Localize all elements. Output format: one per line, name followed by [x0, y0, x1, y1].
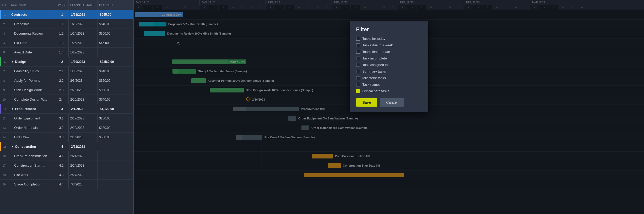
row-taskname: Feasibility Study: [8, 67, 54, 76]
table-row[interactable]: 19 Stage Completion 4.4 7/3/2023: [0, 180, 133, 189]
row-taskname: Apply for Permits: [8, 76, 54, 85]
col-header-all: ALL: [0, 0, 8, 10]
row-taskname: ▼Procurement: [9, 104, 55, 113]
row-wbs: 4.2: [54, 161, 69, 170]
row-number: 8: [0, 76, 8, 85]
table-row[interactable]: 18 Site work 4.3 2/27/2023: [0, 170, 133, 180]
row-taskname: Bid Date: [8, 38, 54, 47]
table-row[interactable]: 15 ▼Construction 4 2/21/2023: [0, 142, 133, 151]
table-row[interactable]: 16 Prep/Pre-construction 4.1 2/21/2023: [0, 151, 133, 161]
row-wbs: 1.3: [54, 38, 69, 47]
table-row[interactable]: 2 Proposals 1.1 1/23/2023 $540.00: [0, 19, 133, 29]
table-row[interactable]: 6 ▼Design 2 1/30/2023 $2,560.00: [0, 57, 133, 67]
table-row[interactable]: 9 Start Design Work 2.3 2/7/2023 $960.00: [0, 85, 133, 95]
row-start: 2/24/2023: [69, 161, 98, 170]
filter-checkbox-week[interactable]: [356, 43, 360, 47]
filter-label-summary: Summary tasks: [362, 69, 386, 73]
row-planned: $280.00: [98, 123, 121, 132]
filter-item-today: Tasks for today: [356, 37, 422, 41]
filter-checkbox-critical-yellow[interactable]: [356, 89, 360, 93]
table-row[interactable]: 14 Hire Crew 3.3 2/1/2023 $560.00: [0, 133, 133, 142]
table-row[interactable]: 3 Documents Review 1.2 1/24/2023 $360.00: [0, 29, 133, 38]
col-header-start: PLANNED START ...: [69, 0, 98, 10]
filter-item-assigned: Task assigned to:: [356, 63, 422, 67]
filter-checkbox-summary[interactable]: [356, 70, 360, 73]
filter-item-late: Tasks that are late: [356, 50, 422, 54]
row-wbs: 2.2: [54, 76, 69, 85]
row-wbs: 4.1: [54, 151, 69, 161]
filter-checkbox-assigned[interactable]: [356, 63, 360, 67]
row-taskname: Order Equipment: [8, 114, 54, 123]
save-button[interactable]: Save: [356, 98, 377, 107]
table-row[interactable]: 12 Order Equipment 3.1 2/17/2023 $280.00: [0, 114, 133, 123]
row-number: 14: [0, 133, 8, 142]
row-planned: $320.00: [98, 76, 121, 85]
row-planned: $560.00: [98, 133, 121, 142]
row-number: 17: [0, 161, 8, 170]
filter-label-taskname: Task name:: [362, 83, 380, 86]
row-planned: [98, 151, 121, 161]
row-wbs: 1: [55, 10, 69, 19]
col-header-wbs: WBS: [54, 0, 69, 10]
row-planned: $960.00: [98, 85, 121, 95]
row-wbs: 3: [55, 104, 69, 113]
row-planned: [98, 48, 121, 57]
row-start: 1/26/2023: [69, 38, 98, 47]
row-planned: $280.00: [98, 114, 121, 123]
row-planned: [98, 170, 121, 179]
row-wbs: 2.3: [54, 85, 69, 95]
row-number: 12: [0, 114, 8, 123]
table-row[interactable]: 8 Apply for Permits 2.2 2/3/2023 $320.00: [0, 76, 133, 85]
row-taskname: ▼Design: [9, 57, 55, 66]
row-taskname: Complete Design W...: [8, 95, 54, 104]
row-number: 6: [1, 57, 9, 66]
table-row[interactable]: 7 Feasibility Study 2.1 1/30/2023 $640.0…: [0, 67, 133, 76]
filter-item-summary: Summary tasks: [356, 69, 422, 73]
row-taskname: Proposals: [8, 19, 54, 29]
row-planned: $45.00: [98, 38, 121, 47]
table-row[interactable]: 1 Contracts 1 1/23/2023 $945.00: [0, 10, 133, 19]
row-taskname: Start Design Work: [8, 85, 54, 95]
filter-dialog: Filter Tasks for today Tasks due this we…: [350, 21, 428, 112]
row-wbs: 1.4: [54, 48, 69, 57]
gantt-panel: JAN, 22 '23 JAN, 29 '23 FEB, 5 '23 FEB, …: [134, 0, 644, 214]
table-row[interactable]: 5 Award Date 1.4 1/27/2023: [0, 48, 133, 57]
filter-checkbox-today[interactable]: [356, 37, 360, 41]
row-wbs: 2: [55, 57, 69, 66]
table-row[interactable]: 13 Order Materials 3.2 2/20/2023 $280.00: [0, 123, 133, 133]
filter-label-today: Tasks for today: [362, 37, 385, 41]
filter-checkbox-taskname[interactable]: [356, 83, 360, 86]
row-number: 10: [0, 95, 8, 104]
filter-checkbox-late[interactable]: [356, 50, 360, 54]
row-start: 2/3/2023: [69, 76, 98, 85]
row-planned: $945.00: [98, 10, 121, 19]
row-number: 9: [0, 85, 8, 95]
row-start: 2/27/2023: [69, 170, 98, 179]
row-start: 2/21/2023: [69, 151, 98, 161]
table-row[interactable]: 11 ▼Procurement 3 2/1/2023 $1,120.00: [0, 104, 133, 114]
table-row[interactable]: 17 Construction Start ... 4.2 2/24/2023: [0, 161, 133, 170]
row-taskname: Hire Crew: [8, 133, 54, 142]
filter-dialog-overlay: Filter Tasks for today Tasks due this we…: [134, 0, 644, 214]
row-number: 1: [1, 10, 9, 19]
row-planned: $640.00: [98, 67, 121, 76]
table-row[interactable]: 4 Bid Date 1.3 1/26/2023 $45.00: [0, 38, 133, 48]
row-taskname: Order Materials: [8, 123, 54, 132]
main-container: ALL TASK NAME WBS PLANNED START ... PLAN…: [0, 0, 644, 214]
filter-checkbox-incomplete[interactable]: [356, 57, 360, 60]
row-start: 1/23/2023: [69, 19, 98, 29]
row-start: 2/20/2023: [69, 123, 98, 132]
row-start: 1/23/2023: [69, 10, 98, 19]
filter-item-milestone: Milestone tasks: [356, 76, 422, 80]
row-number: 4: [0, 38, 8, 47]
row-taskname: Site work: [8, 170, 54, 179]
row-planned: $640.00: [98, 95, 121, 104]
row-planned: $1,120.00: [98, 104, 121, 113]
filter-checkbox-milestone[interactable]: [356, 76, 360, 80]
filter-label-critical: Critical path tasks: [362, 89, 389, 93]
cancel-button[interactable]: Cancel: [380, 98, 404, 107]
table-row[interactable]: 10 Complete Design W... 2.4 2/16/2023 $6…: [0, 95, 133, 104]
filter-item-incomplete: Task incomplete: [356, 56, 422, 60]
row-wbs: 3.3: [54, 133, 69, 142]
filter-title: Filter: [356, 26, 422, 32]
